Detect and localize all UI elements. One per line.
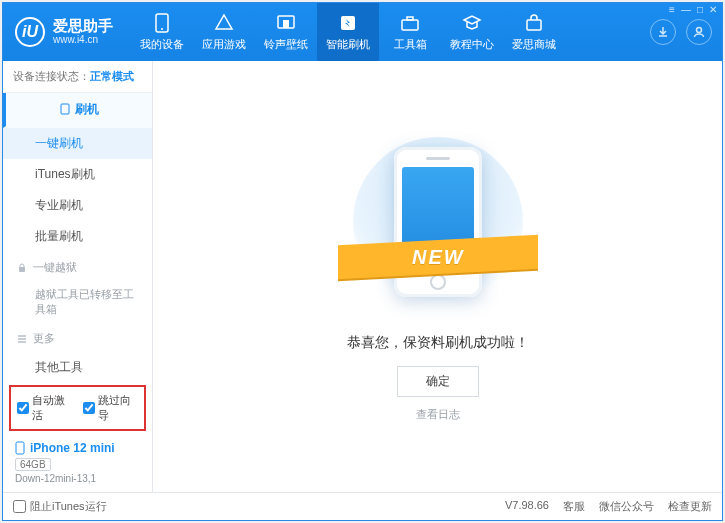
svg-rect-7 — [527, 20, 541, 30]
nav-label: 铃声壁纸 — [264, 37, 308, 52]
menu-control[interactable]: ≡ — [669, 4, 675, 15]
app-site: www.i4.cn — [53, 34, 113, 46]
nav-my-device[interactable]: 我的设备 — [131, 3, 193, 61]
svg-point-1 — [161, 28, 163, 30]
device-panel[interactable]: iPhone 12 mini 64GB Down-12mini-13,1 — [3, 435, 152, 492]
app-name: 爱思助手 — [53, 18, 113, 34]
success-message: 恭喜您，保资料刷机成功啦！ — [347, 334, 529, 352]
user-button[interactable] — [686, 19, 712, 45]
checkbox-block-itunes[interactable]: 阻止iTunes运行 — [13, 499, 107, 514]
main-nav: 我的设备 应用游戏 铃声壁纸 智能刷机 工具箱 教程中心 — [131, 3, 565, 61]
menu-batch-flash[interactable]: 批量刷机 — [3, 221, 152, 252]
nav-label: 教程中心 — [450, 37, 494, 52]
svg-rect-10 — [19, 267, 25, 272]
menu-group-jailbreak: 一键越狱 — [3, 252, 152, 281]
device-sub: Down-12mini-13,1 — [15, 473, 142, 484]
tutorial-icon — [462, 13, 482, 33]
maximize-control[interactable]: □ — [697, 4, 703, 15]
device-capacity: 64GB — [15, 458, 51, 471]
sidebar-menu: 一键刷机 iTunes刷机 专业刷机 批量刷机 一键越狱 越狱工具已转移至工具箱… — [3, 128, 152, 381]
device-name: iPhone 12 mini — [30, 441, 115, 455]
nav-label: 智能刷机 — [326, 37, 370, 52]
confirm-button[interactable]: 确定 — [397, 366, 479, 397]
checkbox-auto-activate[interactable]: 自动激活 — [17, 393, 73, 423]
svg-rect-11 — [16, 442, 24, 454]
svg-rect-9 — [61, 104, 69, 114]
skip-guide-input[interactable] — [83, 402, 95, 414]
close-control[interactable]: ✕ — [709, 4, 717, 15]
nav-store[interactable]: 爱思商城 — [503, 3, 565, 61]
device-phone-icon — [15, 441, 25, 455]
phone-small-icon — [59, 103, 71, 115]
window-controls: ≡ — □ ✕ — [669, 4, 717, 15]
menu-one-click-flash[interactable]: 一键刷机 — [3, 128, 152, 159]
nav-label: 我的设备 — [140, 37, 184, 52]
auto-activate-input[interactable] — [17, 402, 29, 414]
store-icon — [524, 13, 544, 33]
wallpaper-icon — [276, 13, 296, 33]
support-link[interactable]: 客服 — [563, 499, 585, 514]
apps-icon — [214, 13, 234, 33]
wechat-link[interactable]: 微信公众号 — [599, 499, 654, 514]
connection-status: 设备连接状态：正常模式 — [3, 61, 152, 93]
options-highlight-box: 自动激活 跳过向导 — [9, 385, 146, 431]
nav-toolbox[interactable]: 工具箱 — [379, 3, 441, 61]
minimize-control[interactable]: — — [681, 4, 691, 15]
jailbreak-note: 越狱工具已转移至工具箱 — [3, 281, 152, 323]
check-update-link[interactable]: 检查更新 — [668, 499, 712, 514]
nav-label: 工具箱 — [394, 37, 427, 52]
svg-point-8 — [697, 28, 702, 33]
lock-icon — [17, 263, 27, 273]
flash-icon — [338, 13, 358, 33]
nav-apps[interactable]: 应用游戏 — [193, 3, 255, 61]
nav-wallpaper[interactable]: 铃声壁纸 — [255, 3, 317, 61]
status-bar: 阻止iTunes运行 V7.98.66 客服 微信公众号 检查更新 — [3, 492, 722, 520]
checkbox-skip-guide[interactable]: 跳过向导 — [83, 393, 139, 423]
svg-rect-6 — [407, 17, 413, 20]
block-itunes-input[interactable] — [13, 500, 26, 513]
sidebar: 设备连接状态：正常模式 刷机 一键刷机 iTunes刷机 专业刷机 批量刷机 一… — [3, 61, 153, 492]
app-logo: iU 爱思助手 www.i4.cn — [3, 17, 123, 47]
connection-mode: 正常模式 — [90, 70, 134, 82]
download-button[interactable] — [650, 19, 676, 45]
list-icon — [17, 334, 27, 344]
nav-flash[interactable]: 智能刷机 — [317, 3, 379, 61]
menu-group-more: 更多 — [3, 323, 152, 352]
logo-icon: iU — [15, 17, 45, 47]
menu-itunes-flash[interactable]: iTunes刷机 — [3, 159, 152, 190]
view-log-link[interactable]: 查看日志 — [416, 407, 460, 422]
titlebar: iU 爱思助手 www.i4.cn 我的设备 应用游戏 铃声壁纸 智能刷机 — [3, 3, 722, 61]
menu-other-tools[interactable]: 其他工具 — [3, 352, 152, 381]
nav-label: 应用游戏 — [202, 37, 246, 52]
version-label: V7.98.66 — [505, 499, 549, 514]
main-content: NEW 恭喜您，保资料刷机成功啦！ 确定 查看日志 — [153, 61, 722, 492]
phone-icon — [152, 13, 172, 33]
svg-rect-5 — [402, 20, 418, 30]
toolbox-icon — [400, 13, 420, 33]
nav-label: 爱思商城 — [512, 37, 556, 52]
svg-rect-3 — [283, 20, 289, 28]
success-illustration: NEW — [368, 132, 508, 312]
sidebar-tab-flash[interactable]: 刷机 — [3, 93, 152, 128]
menu-pro-flash[interactable]: 专业刷机 — [3, 190, 152, 221]
nav-tutorial[interactable]: 教程中心 — [441, 3, 503, 61]
